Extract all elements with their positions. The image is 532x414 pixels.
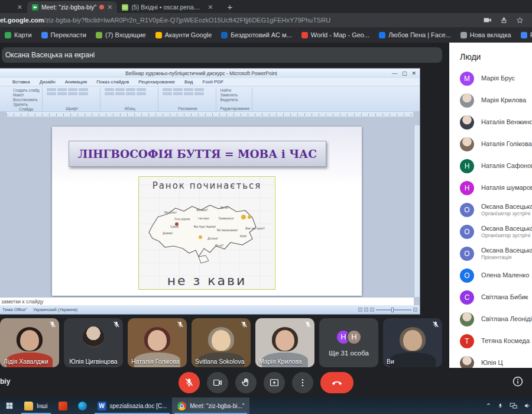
- ribbon-tab[interactable]: Показ слайдов: [92, 79, 133, 85]
- participant-row[interactable]: ННаталія шумарова: [449, 177, 532, 199]
- taskbar-app[interactable]: [73, 397, 92, 414]
- browser-tab[interactable]: ✕: [0, 1, 27, 13]
- bookmark-item[interactable]: Бездротовий АС м...: [221, 31, 291, 38]
- maximize-button[interactable]: ▢: [402, 70, 407, 76]
- participant-row[interactable]: ССвітлана Бибик: [449, 286, 532, 308]
- ribbon-control-chip[interactable]: [79, 88, 88, 91]
- ribbon-control-chip[interactable]: [173, 88, 183, 91]
- ribbon-tab[interactable]: Вид: [180, 79, 197, 85]
- minimize-button[interactable]: —: [392, 70, 397, 76]
- browser-tab[interactable]: Meet: "ziz-bgba-biy"✕: [27, 1, 117, 13]
- participant-row[interactable]: ННаталія Сафонова: [449, 155, 532, 177]
- participant-row[interactable]: ООлена Маленко: [449, 264, 532, 286]
- bookmark-item[interactable]: (7) Входящие: [96, 31, 146, 38]
- ribbon-tab[interactable]: Foxit PDF: [199, 79, 228, 85]
- bookmark-item[interactable]: Любов Пена | Face...: [379, 31, 451, 38]
- video-tile[interactable]: Марія Крилова: [255, 318, 314, 367]
- ribbon-control-chip[interactable]: [184, 92, 193, 95]
- videocam-button[interactable]: [207, 372, 228, 393]
- tray-volume-icon[interactable]: [524, 402, 531, 409]
- participant-row[interactable]: ООксана ВасецькаПрезентація: [449, 242, 532, 264]
- tab-close-icon[interactable]: ✕: [17, 4, 22, 11]
- ribbon-command[interactable]: Макет: [13, 93, 40, 97]
- ribbon-control-chip[interactable]: [68, 92, 77, 95]
- taskbar-app[interactable]: Інші: [19, 397, 53, 414]
- ribbon-control-chip[interactable]: [163, 88, 172, 91]
- ribbon-control-chip[interactable]: [47, 88, 56, 91]
- share-icon[interactable]: [500, 17, 508, 24]
- video-tile[interactable]: ННЩе 31 особа: [319, 318, 378, 367]
- ribbon-control-chip[interactable]: [137, 92, 146, 95]
- video-tile[interactable]: Ви: [383, 318, 442, 367]
- taskbar-app[interactable]: [53, 397, 73, 414]
- participant-row[interactable]: ТТетяна Космеда: [449, 330, 532, 352]
- participant-row[interactable]: Світлана Леонідівна К: [449, 308, 532, 330]
- browser-tab[interactable]: (5) Вхідні • oscar.pena@ukr.net✕: [117, 1, 218, 13]
- ribbon-control-chip[interactable]: [126, 92, 135, 95]
- ribbon-control-chip[interactable]: [57, 88, 67, 91]
- bookmark-item[interactable]: World - Map - Geo...: [301, 31, 369, 38]
- info-icon[interactable]: [512, 376, 524, 390]
- participant-row[interactable]: ООксана ВасецькаОрганізатор зустрічі: [449, 221, 532, 242]
- ribbon-control-chip[interactable]: [194, 92, 204, 95]
- tray-mic-icon[interactable]: [497, 402, 504, 410]
- close-button[interactable]: ✕: [411, 70, 416, 76]
- bookmark-item[interactable]: Акаунти Google: [155, 31, 212, 38]
- ribbon-control-chip[interactable]: [115, 88, 125, 91]
- ribbon-command[interactable]: Удалить: [13, 102, 40, 106]
- ribbon-control-chip[interactable]: [163, 92, 172, 95]
- ribbon-control-chip[interactable]: [105, 92, 114, 95]
- bookmark-item[interactable]: Нова вкладка: [460, 31, 511, 38]
- bookmark-item[interactable]: Карти: [5, 31, 32, 38]
- camera-permission-icon[interactable]: [484, 17, 492, 24]
- bookmark-star-icon[interactable]: [516, 17, 524, 24]
- ribbon-control-chip[interactable]: [184, 88, 193, 91]
- tab-close-icon[interactable]: ✕: [207, 4, 213, 11]
- ribbon-command[interactable]: Заменить: [220, 93, 250, 97]
- participant-row[interactable]: ООксана ВасецькаОрганізатор зустрічі: [449, 199, 532, 221]
- video-tile[interactable]: Наталія Голікова: [128, 318, 187, 367]
- new-tab-button[interactable]: +: [223, 1, 236, 13]
- ribbon-control-chip[interactable]: [115, 92, 125, 95]
- ribbon-control-chip[interactable]: [57, 92, 67, 95]
- notes-pane[interactable]: заметки к слайду: [0, 297, 414, 305]
- ribbon-tab[interactable]: Дизайн: [35, 79, 60, 85]
- video-tile[interactable]: Лідія Хавалджи: [0, 318, 59, 367]
- video-tile[interactable]: Юлія Цигвінцова: [64, 318, 123, 367]
- participant-row[interactable]: ММарія Брус: [449, 67, 532, 89]
- participant-row[interactable]: Марія Крилова: [449, 89, 532, 111]
- call-end-button[interactable]: [320, 372, 353, 393]
- video-tile[interactable]: Svitlana Sokolova: [192, 318, 251, 367]
- zoom-controls[interactable]: [358, 308, 417, 312]
- ribbon-control-chip[interactable]: [173, 92, 183, 95]
- ribbon-tab[interactable]: Рецензирование: [134, 79, 179, 85]
- mic-off-button[interactable]: [179, 372, 200, 393]
- ribbon-control-chip[interactable]: [105, 88, 114, 91]
- ribbon-control-chip[interactable]: [194, 88, 204, 91]
- ribbon-control-chip[interactable]: [68, 88, 77, 91]
- tray-network-icon[interactable]: [510, 402, 518, 409]
- ribbon-tab[interactable]: Вставка: [8, 79, 34, 85]
- bookmark-item[interactable]: Розширення: [521, 31, 532, 38]
- bookmark-item[interactable]: Перекласти: [41, 31, 86, 38]
- ribbon-control-chip[interactable]: [47, 92, 56, 95]
- ribbon-command[interactable]: Создать слайд: [13, 88, 40, 92]
- taskbar-app[interactable]: Meet: "ziz-bgba-bi...": [172, 397, 249, 414]
- taskbar-app[interactable]: Wspezialisazia.doc [C...: [92, 397, 173, 414]
- ribbon-command[interactable]: Восстановить: [13, 98, 40, 102]
- participant-row[interactable]: Наталія Венжинович: [449, 111, 532, 133]
- url-bar[interactable]: et.google.com/ziz-bgba-biy?fbclid=IwAR0P…: [0, 17, 479, 24]
- ribbon-control-chip[interactable]: [137, 88, 146, 91]
- start-button[interactable]: [0, 397, 19, 414]
- more-button[interactable]: [292, 372, 313, 393]
- present-button[interactable]: [264, 372, 285, 393]
- tab-close-icon[interactable]: ✕: [107, 4, 112, 11]
- participant-row[interactable]: Юлія Ц: [449, 352, 532, 368]
- ribbon-control-chip[interactable]: [79, 92, 88, 95]
- tray-chevron-icon[interactable]: ⌃: [486, 402, 491, 410]
- hand-button[interactable]: [235, 372, 257, 393]
- ribbon-command[interactable]: Выделить: [220, 98, 250, 102]
- participant-row[interactable]: Наталія Голікова: [449, 133, 532, 155]
- ribbon-tab[interactable]: Анимация: [61, 79, 92, 85]
- ribbon-control-chip[interactable]: [126, 88, 135, 91]
